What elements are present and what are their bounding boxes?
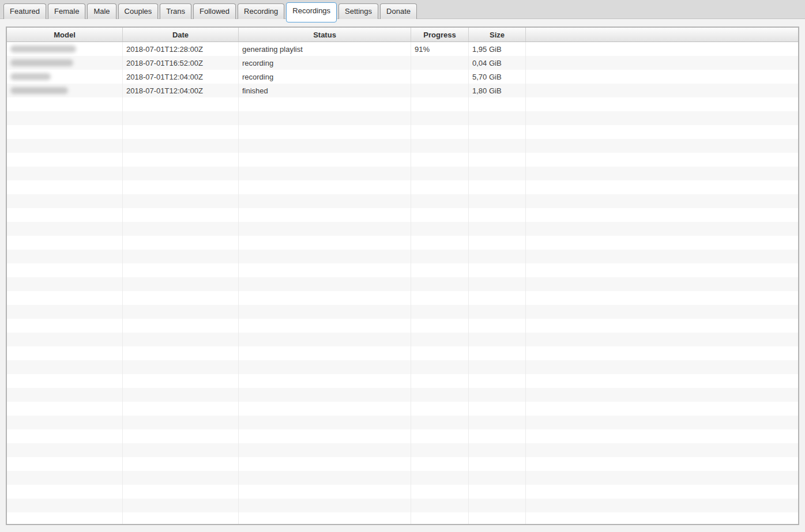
table-row[interactable]: 2018-07-01T12:28:00Zgenerating playlist9… bbox=[7, 42, 798, 56]
table-row[interactable] bbox=[7, 208, 798, 222]
cell-size bbox=[469, 167, 526, 180]
cell-progress bbox=[411, 291, 469, 305]
cell-size bbox=[469, 111, 526, 125]
tab-featured[interactable]: Featured bbox=[3, 3, 46, 19]
cell-model bbox=[7, 485, 123, 499]
cell-size bbox=[469, 97, 526, 111]
cell-model bbox=[7, 167, 123, 180]
cell-date bbox=[123, 250, 239, 263]
cell-model bbox=[7, 111, 123, 125]
tab-couples[interactable]: Couples bbox=[118, 3, 159, 19]
cell-progress bbox=[411, 333, 469, 346]
table-row[interactable] bbox=[7, 471, 798, 485]
cell-status bbox=[239, 485, 411, 499]
table-row[interactable] bbox=[7, 153, 798, 167]
table-row[interactable] bbox=[7, 250, 798, 263]
tab-recording[interactable]: Recording bbox=[238, 3, 284, 19]
cell-filler bbox=[526, 250, 798, 263]
cell-size: 5,70 GiB bbox=[469, 70, 526, 84]
cell-date bbox=[123, 443, 239, 457]
cell-size bbox=[469, 125, 526, 139]
table-row[interactable] bbox=[7, 125, 798, 139]
table-row[interactable] bbox=[7, 360, 798, 374]
table-row[interactable] bbox=[7, 374, 798, 388]
table-row[interactable] bbox=[7, 457, 798, 471]
table-row[interactable] bbox=[7, 97, 798, 111]
table-row[interactable] bbox=[7, 167, 798, 180]
cell-model bbox=[7, 194, 123, 208]
cell-model bbox=[7, 208, 123, 222]
tab-male[interactable]: Male bbox=[87, 3, 116, 19]
table-row[interactable] bbox=[7, 222, 798, 236]
tab-trans[interactable]: Trans bbox=[160, 3, 191, 19]
tab-settings[interactable]: Settings bbox=[338, 3, 378, 19]
column-header-model[interactable]: Model bbox=[7, 28, 123, 41]
table-row[interactable] bbox=[7, 346, 798, 360]
cell-status bbox=[239, 180, 411, 194]
cell-progress bbox=[411, 443, 469, 457]
cell-size bbox=[469, 250, 526, 263]
table-row[interactable] bbox=[7, 333, 798, 346]
table-row[interactable] bbox=[7, 277, 798, 291]
column-header-status[interactable]: Status bbox=[239, 28, 411, 41]
cell-size: 1,95 GiB bbox=[469, 42, 526, 56]
cell-model bbox=[7, 56, 123, 70]
cell-status bbox=[239, 374, 411, 388]
cell-size bbox=[469, 305, 526, 319]
recordings-table: ModelDateStatusProgressSize 2018-07-01T1… bbox=[6, 27, 799, 525]
cell-filler bbox=[526, 499, 798, 512]
cell-date bbox=[123, 346, 239, 360]
table-row[interactable] bbox=[7, 443, 798, 457]
table-row[interactable] bbox=[7, 139, 798, 153]
table-row[interactable] bbox=[7, 319, 798, 333]
table-row[interactable] bbox=[7, 291, 798, 305]
table-row[interactable] bbox=[7, 180, 798, 194]
cell-model bbox=[7, 512, 123, 524]
column-header-filler[interactable] bbox=[526, 28, 798, 41]
cell-progress bbox=[411, 167, 469, 180]
table-row[interactable] bbox=[7, 485, 798, 499]
cell-status bbox=[239, 388, 411, 402]
cell-filler bbox=[526, 167, 798, 180]
cell-date bbox=[123, 471, 239, 485]
cell-model bbox=[7, 236, 123, 250]
cell-filler bbox=[526, 305, 798, 319]
tab-female[interactable]: Female bbox=[48, 3, 85, 19]
table-row[interactable] bbox=[7, 263, 798, 277]
cell-status bbox=[239, 291, 411, 305]
table-row[interactable] bbox=[7, 305, 798, 319]
cell-date bbox=[123, 111, 239, 125]
tab-recordings[interactable]: Recordings bbox=[286, 2, 337, 22]
table-row[interactable] bbox=[7, 236, 798, 250]
cell-status bbox=[239, 333, 411, 346]
table-row[interactable] bbox=[7, 416, 798, 429]
table-row[interactable] bbox=[7, 194, 798, 208]
table-body: 2018-07-01T12:28:00Zgenerating playlist9… bbox=[7, 42, 798, 524]
cell-size bbox=[469, 208, 526, 222]
table-row[interactable]: 2018-07-01T16:52:00Zrecording0,04 GiB bbox=[7, 56, 798, 70]
cell-size bbox=[469, 429, 526, 443]
cell-status bbox=[239, 429, 411, 443]
cell-date bbox=[123, 402, 239, 416]
table-row[interactable] bbox=[7, 499, 798, 512]
table-row[interactable] bbox=[7, 388, 798, 402]
cell-progress bbox=[411, 125, 469, 139]
tab-bar: FeaturedFemaleMaleCouplesTransFollowedRe… bbox=[0, 0, 805, 19]
table-row[interactable]: 2018-07-01T12:04:00Zfinished1,80 GiB bbox=[7, 84, 798, 97]
cell-model bbox=[7, 402, 123, 416]
cell-status bbox=[239, 443, 411, 457]
table-row[interactable] bbox=[7, 512, 798, 524]
cell-date bbox=[123, 360, 239, 374]
tab-followed[interactable]: Followed bbox=[193, 3, 236, 19]
column-header-date[interactable]: Date bbox=[123, 28, 239, 41]
cell-size bbox=[469, 180, 526, 194]
cell-progress bbox=[411, 416, 469, 429]
table-row[interactable] bbox=[7, 111, 798, 125]
tab-donate[interactable]: Donate bbox=[380, 3, 417, 19]
table-row[interactable]: 2018-07-01T12:04:00Zrecording5,70 GiB bbox=[7, 70, 798, 84]
column-header-progress[interactable]: Progress bbox=[411, 28, 469, 41]
table-row[interactable] bbox=[7, 429, 798, 443]
column-header-size[interactable]: Size bbox=[469, 28, 526, 41]
table-row[interactable] bbox=[7, 402, 798, 416]
cell-date bbox=[123, 236, 239, 250]
